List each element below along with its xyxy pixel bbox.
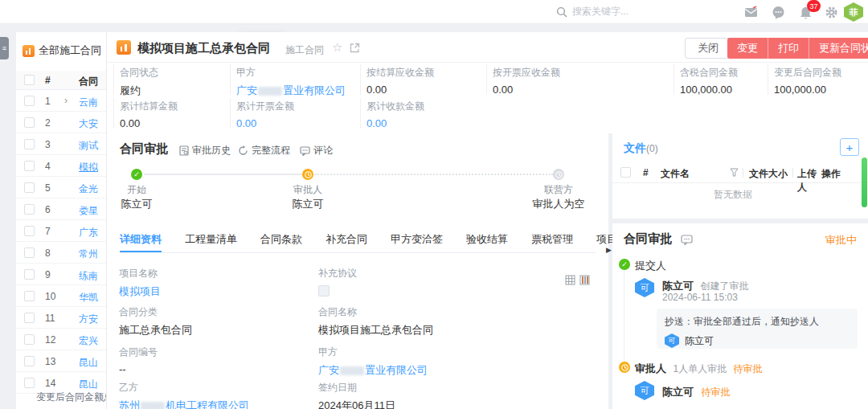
table-row[interactable]: 11方安 bbox=[16, 307, 107, 329]
table-row[interactable]: 7广东 bbox=[16, 220, 107, 242]
row-index: 4 bbox=[45, 161, 51, 172]
close-button[interactable]: 关闭 bbox=[685, 38, 731, 59]
star-icon[interactable]: ☆ bbox=[332, 40, 342, 55]
row-name-link[interactable]: 练南 bbox=[79, 269, 98, 283]
row-checkbox[interactable] bbox=[24, 356, 35, 366]
row-name-link[interactable]: 金光 bbox=[79, 182, 98, 196]
row-checkbox[interactable] bbox=[24, 161, 35, 171]
contract-list-panel: 全部施工合同 # 合同 1›云南 2大安 3测试 4模拟 5金光 6娄星 7广东… bbox=[16, 32, 107, 409]
table-row[interactable]: 6娄星 bbox=[16, 198, 107, 220]
row-checkbox[interactable] bbox=[24, 247, 35, 258]
tab-tax[interactable]: 票税管理 bbox=[531, 227, 573, 252]
table-row[interactable]: 3测试 bbox=[16, 133, 107, 155]
row-checkbox[interactable] bbox=[24, 334, 35, 345]
mail-icon[interactable] bbox=[744, 6, 758, 19]
row-name-link[interactable]: 常州 bbox=[79, 247, 98, 261]
table-row[interactable]: 10华凯 bbox=[16, 285, 107, 307]
tab-change-sign[interactable]: 甲方变洽签 bbox=[391, 227, 443, 252]
row-name-link[interactable]: 方安 bbox=[79, 313, 98, 326]
field-value: 0.00 bbox=[120, 117, 223, 129]
field-label: 项目名称 bbox=[119, 267, 161, 280]
row-name-link[interactable]: 宏兴 bbox=[79, 334, 98, 348]
external-link-icon[interactable] bbox=[350, 43, 360, 53]
row-name-link[interactable]: 昆山 bbox=[79, 378, 98, 391]
row-index: 5 bbox=[45, 182, 51, 194]
approval-history-link[interactable]: 审批历史 bbox=[179, 144, 231, 157]
chat-icon[interactable] bbox=[772, 6, 785, 19]
update-status-button[interactable]: 更新合同状态 bbox=[809, 38, 868, 59]
table-row[interactable]: 5金光 bbox=[16, 177, 107, 198]
table-row-active[interactable]: 4模拟 bbox=[16, 155, 107, 177]
row-checkbox[interactable] bbox=[24, 139, 35, 149]
row-checkbox[interactable] bbox=[24, 204, 35, 215]
row-name-link[interactable]: 大安 bbox=[79, 117, 98, 131]
field-value: 模拟项目施工总承包合同 bbox=[318, 323, 433, 337]
field-changed-amount: 变更后合同金额 100,000.00 bbox=[768, 64, 860, 95]
party-a-link[interactable]: 广安置业有限公司 bbox=[236, 84, 354, 98]
table-row[interactable]: 9练南 bbox=[16, 264, 107, 285]
row-name-link[interactable]: 云南 bbox=[79, 96, 98, 109]
full-process-link[interactable]: 完整流程 bbox=[238, 144, 290, 157]
field-value-link[interactable]: 0.00 bbox=[236, 117, 354, 129]
panel-collapse-caret[interactable]: ▶ bbox=[606, 246, 612, 254]
supplement-checkbox[interactable] bbox=[318, 285, 330, 297]
table-row[interactable]: 8常州 bbox=[16, 242, 107, 264]
scrollbar-thumb[interactable] bbox=[862, 157, 867, 207]
row-name-link[interactable]: 广东 bbox=[79, 226, 98, 239]
row-name-link[interactable]: 娄星 bbox=[79, 204, 98, 218]
list-panel-title-text: 全部施工合同 bbox=[39, 43, 101, 58]
row-name-link[interactable]: 华凯 bbox=[79, 291, 98, 305]
tab-detail[interactable]: 详细资料 bbox=[120, 227, 162, 252]
select-all-checkbox[interactable] bbox=[620, 167, 631, 178]
comment-icon[interactable] bbox=[681, 235, 693, 245]
contract-doc-icon bbox=[117, 40, 131, 55]
redacted-text bbox=[258, 87, 282, 96]
table-row[interactable]: 13昆山 bbox=[16, 350, 107, 372]
chevron-right-icon[interactable]: › bbox=[64, 95, 68, 106]
field-settle-receivable: 按结算应收金额 0.00 bbox=[360, 64, 481, 95]
row-checkbox[interactable] bbox=[24, 291, 35, 301]
row-name-link[interactable]: 模拟 bbox=[79, 161, 98, 174]
detail-header: 模拟项目施工总承包合同 施工合同 ☆ 关闭 变更 打印 更新合同状态 复制 bbox=[107, 32, 868, 63]
row-name-link[interactable]: 测试 bbox=[79, 139, 98, 153]
row-checkbox[interactable] bbox=[24, 313, 35, 323]
top-bar: 搜索关键字... 37 菲 bbox=[0, 0, 868, 24]
field-value: 履约 bbox=[120, 84, 223, 98]
grid-view-icon[interactable] bbox=[565, 275, 575, 285]
party-b-link[interactable]: 苏州机电工程有限公司 bbox=[119, 399, 249, 409]
row-index: 12 bbox=[45, 334, 55, 346]
table-row[interactable]: 2大安 bbox=[16, 112, 107, 133]
tab-boq[interactable]: 工程量清单 bbox=[185, 227, 237, 252]
columns-view-icon[interactable] bbox=[579, 275, 590, 285]
table-row[interactable]: 12宏兴 bbox=[16, 329, 107, 350]
row-checkbox[interactable] bbox=[24, 96, 35, 106]
row-checkbox[interactable] bbox=[24, 378, 35, 388]
tab-supplement[interactable]: 补充合同 bbox=[326, 227, 367, 252]
table-row[interactable]: 1›云南 bbox=[16, 90, 107, 112]
tab-terms[interactable]: 合同条款 bbox=[260, 227, 302, 252]
check-icon: ✓ bbox=[619, 259, 630, 270]
col-contract-name: 合同 bbox=[79, 75, 98, 88]
row-checkbox[interactable] bbox=[24, 182, 35, 193]
project-link[interactable]: 模拟项目 bbox=[119, 284, 161, 299]
user-avatar[interactable]: 菲 bbox=[844, 2, 863, 22]
sidebar-collapse-handle[interactable]: ≡ bbox=[0, 37, 9, 59]
field-value-link[interactable]: 0.00 bbox=[366, 117, 481, 129]
print-button[interactable]: 打印 bbox=[768, 38, 809, 59]
gear-icon[interactable] bbox=[825, 6, 838, 19]
global-search[interactable]: 搜索关键字... bbox=[556, 5, 628, 18]
comment-link[interactable]: 评论 bbox=[300, 144, 333, 157]
row-checkbox[interactable] bbox=[24, 269, 35, 280]
field-invoice-receivable: 按开票应收金额 0.00 bbox=[486, 64, 607, 95]
select-all-checkbox[interactable] bbox=[24, 75, 35, 85]
change-button[interactable]: 变更 bbox=[727, 38, 768, 59]
party-a-link[interactable]: 广安置业有限公司 bbox=[318, 363, 428, 378]
row-name-link[interactable]: 昆山 bbox=[79, 356, 98, 370]
field-label: 合同名称 bbox=[318, 305, 433, 319]
row-checkbox[interactable] bbox=[24, 117, 35, 128]
tab-acceptance[interactable]: 验收结算 bbox=[466, 227, 508, 252]
filter-icon[interactable] bbox=[730, 168, 739, 177]
add-file-button[interactable]: + bbox=[840, 138, 859, 156]
row-checkbox[interactable] bbox=[24, 226, 35, 236]
pending-badge: 待审批 bbox=[701, 387, 730, 398]
